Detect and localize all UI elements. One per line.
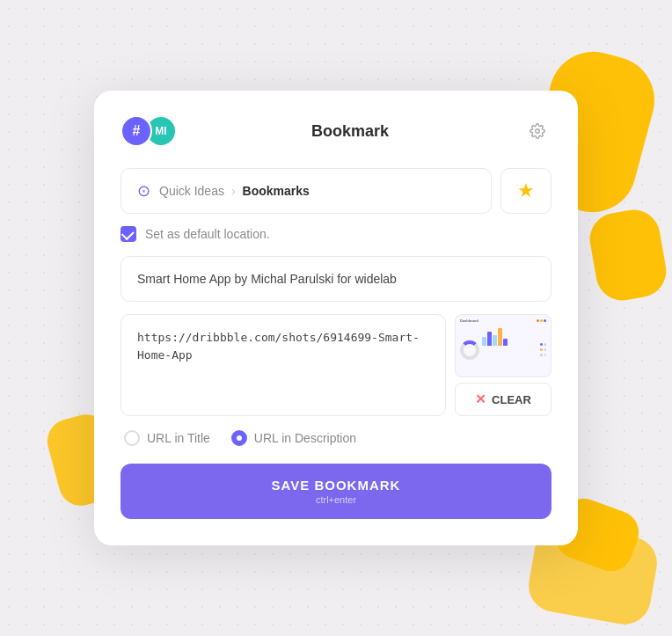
radio-label-description: URL in Description [254, 431, 356, 445]
url-preview-thumbnail: Dashboard [455, 314, 551, 377]
avatars-group: # MI [121, 115, 177, 147]
mini-legend-text-3: C [544, 354, 546, 357]
mini-dash-title: Dashboard [460, 318, 478, 323]
avatar-hash-icon: # [133, 123, 141, 139]
mini-legend-item-2: B [540, 348, 546, 352]
save-bookmark-button[interactable]: SAVE BOOKMARK ctrl+enter [121, 464, 551, 519]
url-input[interactable]: https://dribbble.com/shots/6914699-Smart… [137, 329, 429, 382]
title-input[interactable] [137, 272, 535, 286]
mini-legend-item-1: A [540, 343, 546, 347]
url-row: https://dribbble.com/shots/6914699-Smart… [121, 314, 551, 416]
mini-legend-text-1: A [544, 343, 546, 347]
save-bookmark-hint: ctrl+enter [316, 494, 356, 505]
url-input-box[interactable]: https://dribbble.com/shots/6914699-Smart… [121, 314, 446, 416]
mini-dash-header: Dashboard [460, 318, 546, 323]
url-preview-column: Dashboard [455, 314, 551, 416]
bookmark-card: # MI Bookmark ⊙ Quick Ideas › Bookmarks … [94, 91, 578, 545]
avatar-mi-label: MI [155, 125, 166, 137]
radio-option-title[interactable]: URL in Title [124, 430, 210, 446]
default-location-label: Set as default location. [145, 227, 270, 241]
default-location-checkbox[interactable] [121, 226, 136, 242]
clear-x-icon: ✕ [475, 391, 486, 407]
radio-circle-description[interactable] [231, 430, 247, 446]
settings-button[interactable] [523, 117, 551, 145]
mini-legend-dot-blue [540, 354, 543, 356]
mini-bar-3 [493, 335, 497, 346]
save-bookmark-label: SAVE BOOKMARK [272, 478, 401, 493]
decoration-blob-2 [586, 206, 670, 304]
location-current: Bookmarks [243, 184, 310, 198]
mini-dot-purple [544, 319, 546, 322]
avatar-hash: # [121, 115, 152, 147]
mini-legend-text-2: B [544, 348, 546, 352]
card-header: # MI Bookmark [121, 115, 551, 147]
mini-bars [482, 326, 537, 346]
star-icon: ★ [517, 179, 535, 202]
radio-label-title: URL in Title [147, 431, 210, 445]
title-input-box[interactable] [121, 256, 551, 302]
page-title: Bookmark [177, 122, 523, 141]
mini-circle-chart [460, 340, 479, 360]
radio-option-description[interactable]: URL in Description [231, 430, 356, 446]
gear-icon [530, 123, 545, 139]
location-chevron-icon: › [231, 184, 236, 198]
svg-point-0 [536, 129, 540, 134]
clear-button[interactable]: ✕ CLEAR [455, 383, 551, 416]
radio-circle-title[interactable] [124, 430, 140, 446]
mini-legend-item-3: C [540, 354, 546, 357]
mini-bar-1 [482, 337, 486, 346]
mini-bar-5 [503, 339, 508, 346]
default-location-row: Set as default location. [121, 226, 551, 242]
clear-button-label: CLEAR [492, 393, 531, 406]
mini-dot-red [537, 319, 539, 322]
location-box[interactable]: ⊙ Quick Ideas › Bookmarks [121, 168, 492, 214]
mini-dash-body: A B C [460, 326, 546, 373]
mini-legend: A B C [540, 326, 546, 373]
mini-dot-yellow [540, 319, 543, 322]
mini-bar-2 [487, 332, 492, 346]
mini-legend-dot-orange [540, 348, 543, 351]
radio-row: URL in Title URL in Description [121, 430, 551, 446]
mini-dash-dots [537, 319, 546, 322]
mini-dashboard: Dashboard [456, 315, 551, 376]
location-parent: Quick Ideas [159, 184, 224, 198]
mini-legend-dot-purple [540, 343, 543, 346]
pin-icon: ⊙ [137, 181, 150, 201]
star-button[interactable]: ★ [500, 168, 551, 214]
mini-bar-4 [498, 328, 502, 346]
location-path: Quick Ideas › Bookmarks [159, 184, 310, 198]
location-row: ⊙ Quick Ideas › Bookmarks ★ [121, 168, 551, 214]
